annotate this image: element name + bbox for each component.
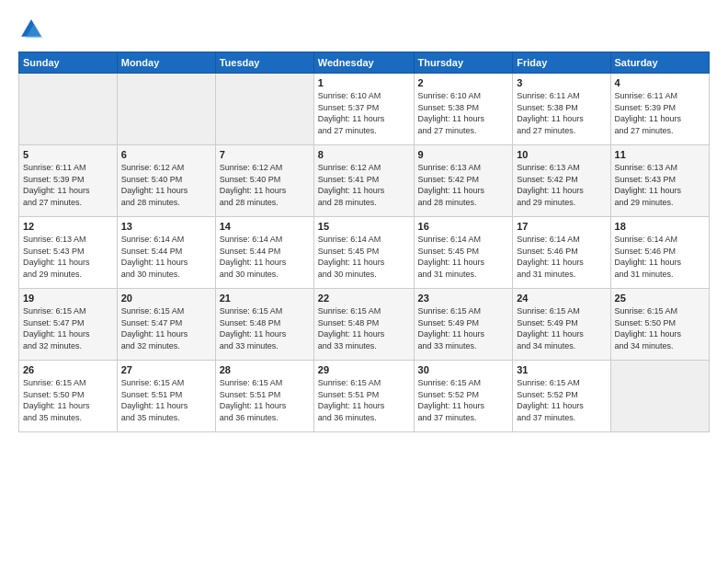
calendar-cell: 24Sunrise: 6:15 AM Sunset: 5:49 PM Dayli… bbox=[513, 289, 610, 361]
header bbox=[18, 17, 710, 42]
day-of-week-header: Thursday bbox=[414, 52, 513, 74]
day-number: 12 bbox=[23, 221, 113, 232]
calendar-cell: 11Sunrise: 6:13 AM Sunset: 5:43 PM Dayli… bbox=[610, 145, 709, 217]
calendar-cell: 25Sunrise: 6:15 AM Sunset: 5:50 PM Dayli… bbox=[610, 289, 709, 361]
calendar-cell: 17Sunrise: 6:14 AM Sunset: 5:46 PM Dayli… bbox=[513, 217, 610, 289]
day-number: 14 bbox=[220, 221, 310, 232]
calendar-cell bbox=[19, 74, 118, 145]
day-number: 1 bbox=[318, 77, 410, 88]
calendar-week-row: 19Sunrise: 6:15 AM Sunset: 5:47 PM Dayli… bbox=[19, 289, 710, 361]
day-number: 5 bbox=[23, 149, 113, 160]
day-number: 25 bbox=[615, 293, 705, 304]
calendar-week-row: 12Sunrise: 6:13 AM Sunset: 5:43 PM Dayli… bbox=[19, 217, 710, 289]
day-info: Sunrise: 6:14 AM Sunset: 5:46 PM Dayligh… bbox=[517, 234, 606, 280]
calendar-cell: 10Sunrise: 6:13 AM Sunset: 5:42 PM Dayli… bbox=[513, 145, 610, 217]
calendar-cell bbox=[117, 74, 215, 145]
day-info: Sunrise: 6:13 AM Sunset: 5:43 PM Dayligh… bbox=[615, 162, 705, 208]
day-info: Sunrise: 6:15 AM Sunset: 5:52 PM Dayligh… bbox=[418, 377, 509, 423]
day-info: Sunrise: 6:10 AM Sunset: 5:37 PM Dayligh… bbox=[318, 90, 410, 136]
day-number: 4 bbox=[615, 77, 705, 88]
calendar-cell: 4Sunrise: 6:11 AM Sunset: 5:39 PM Daylig… bbox=[610, 74, 709, 145]
day-info: Sunrise: 6:11 AM Sunset: 5:39 PM Dayligh… bbox=[23, 162, 113, 208]
calendar-cell: 20Sunrise: 6:15 AM Sunset: 5:47 PM Dayli… bbox=[117, 289, 215, 361]
day-number: 16 bbox=[418, 221, 509, 232]
day-number: 31 bbox=[517, 364, 606, 375]
calendar-week-row: 5Sunrise: 6:11 AM Sunset: 5:39 PM Daylig… bbox=[19, 145, 710, 217]
day-number: 8 bbox=[318, 149, 410, 160]
calendar-cell: 15Sunrise: 6:14 AM Sunset: 5:45 PM Dayli… bbox=[313, 217, 414, 289]
calendar-cell: 7Sunrise: 6:12 AM Sunset: 5:40 PM Daylig… bbox=[215, 145, 313, 217]
day-info: Sunrise: 6:13 AM Sunset: 5:43 PM Dayligh… bbox=[23, 234, 113, 280]
calendar-cell: 19Sunrise: 6:15 AM Sunset: 5:47 PM Dayli… bbox=[19, 289, 118, 361]
day-number: 6 bbox=[121, 149, 211, 160]
day-info: Sunrise: 6:14 AM Sunset: 5:45 PM Dayligh… bbox=[318, 234, 410, 280]
day-number: 29 bbox=[318, 364, 410, 375]
day-number: 28 bbox=[220, 364, 310, 375]
day-info: Sunrise: 6:14 AM Sunset: 5:46 PM Dayligh… bbox=[615, 234, 705, 280]
calendar-cell bbox=[215, 74, 313, 145]
calendar-cell: 12Sunrise: 6:13 AM Sunset: 5:43 PM Dayli… bbox=[19, 217, 118, 289]
calendar-week-row: 26Sunrise: 6:15 AM Sunset: 5:50 PM Dayli… bbox=[19, 361, 710, 432]
day-info: Sunrise: 6:15 AM Sunset: 5:51 PM Dayligh… bbox=[121, 377, 211, 423]
day-info: Sunrise: 6:14 AM Sunset: 5:45 PM Dayligh… bbox=[418, 234, 509, 280]
logo-icon bbox=[18, 17, 44, 42]
calendar-cell: 18Sunrise: 6:14 AM Sunset: 5:46 PM Dayli… bbox=[610, 217, 709, 289]
calendar-cell: 22Sunrise: 6:15 AM Sunset: 5:48 PM Dayli… bbox=[313, 289, 414, 361]
page: SundayMondayTuesdayWednesdayThursdayFrid… bbox=[0, 0, 728, 563]
calendar-cell: 16Sunrise: 6:14 AM Sunset: 5:45 PM Dayli… bbox=[414, 217, 513, 289]
day-of-week-header: Monday bbox=[117, 52, 215, 74]
day-number: 17 bbox=[517, 221, 606, 232]
day-number: 23 bbox=[418, 293, 509, 304]
calendar-cell: 14Sunrise: 6:14 AM Sunset: 5:44 PM Dayli… bbox=[215, 217, 313, 289]
day-number: 20 bbox=[121, 293, 211, 304]
day-number: 9 bbox=[418, 149, 509, 160]
day-number: 3 bbox=[517, 77, 606, 88]
day-info: Sunrise: 6:15 AM Sunset: 5:48 PM Dayligh… bbox=[220, 305, 310, 351]
day-number: 13 bbox=[121, 221, 211, 232]
day-info: Sunrise: 6:15 AM Sunset: 5:51 PM Dayligh… bbox=[220, 377, 310, 423]
day-info: Sunrise: 6:15 AM Sunset: 5:47 PM Dayligh… bbox=[23, 305, 113, 351]
day-info: Sunrise: 6:15 AM Sunset: 5:47 PM Dayligh… bbox=[121, 305, 211, 351]
day-of-week-header: Tuesday bbox=[215, 52, 313, 74]
calendar-cell: 23Sunrise: 6:15 AM Sunset: 5:49 PM Dayli… bbox=[414, 289, 513, 361]
calendar-cell: 21Sunrise: 6:15 AM Sunset: 5:48 PM Dayli… bbox=[215, 289, 313, 361]
calendar-cell: 28Sunrise: 6:15 AM Sunset: 5:51 PM Dayli… bbox=[215, 361, 313, 432]
day-info: Sunrise: 6:15 AM Sunset: 5:50 PM Dayligh… bbox=[615, 305, 705, 351]
day-number: 30 bbox=[418, 364, 509, 375]
day-info: Sunrise: 6:15 AM Sunset: 5:51 PM Dayligh… bbox=[318, 377, 410, 423]
day-info: Sunrise: 6:14 AM Sunset: 5:44 PM Dayligh… bbox=[121, 234, 211, 280]
calendar-cell: 27Sunrise: 6:15 AM Sunset: 5:51 PM Dayli… bbox=[117, 361, 215, 432]
calendar-cell: 13Sunrise: 6:14 AM Sunset: 5:44 PM Dayli… bbox=[117, 217, 215, 289]
day-of-week-header: Friday bbox=[513, 52, 610, 74]
day-number: 19 bbox=[23, 293, 113, 304]
day-number: 27 bbox=[121, 364, 211, 375]
day-number: 11 bbox=[615, 149, 705, 160]
day-info: Sunrise: 6:13 AM Sunset: 5:42 PM Dayligh… bbox=[517, 162, 606, 208]
calendar-cell: 8Sunrise: 6:12 AM Sunset: 5:41 PM Daylig… bbox=[313, 145, 414, 217]
calendar-header-row: SundayMondayTuesdayWednesdayThursdayFrid… bbox=[19, 52, 710, 74]
day-info: Sunrise: 6:14 AM Sunset: 5:44 PM Dayligh… bbox=[220, 234, 310, 280]
day-info: Sunrise: 6:15 AM Sunset: 5:50 PM Dayligh… bbox=[23, 377, 113, 423]
calendar-cell: 26Sunrise: 6:15 AM Sunset: 5:50 PM Dayli… bbox=[19, 361, 118, 432]
day-info: Sunrise: 6:15 AM Sunset: 5:49 PM Dayligh… bbox=[418, 305, 509, 351]
day-number: 2 bbox=[418, 77, 509, 88]
calendar-table: SundayMondayTuesdayWednesdayThursdayFrid… bbox=[18, 52, 710, 432]
day-info: Sunrise: 6:13 AM Sunset: 5:42 PM Dayligh… bbox=[418, 162, 509, 208]
day-number: 21 bbox=[220, 293, 310, 304]
day-info: Sunrise: 6:11 AM Sunset: 5:38 PM Dayligh… bbox=[517, 90, 606, 136]
calendar-cell: 29Sunrise: 6:15 AM Sunset: 5:51 PM Dayli… bbox=[313, 361, 414, 432]
calendar-cell: 9Sunrise: 6:13 AM Sunset: 5:42 PM Daylig… bbox=[414, 145, 513, 217]
day-info: Sunrise: 6:12 AM Sunset: 5:40 PM Dayligh… bbox=[220, 162, 310, 208]
day-number: 18 bbox=[615, 221, 705, 232]
day-number: 26 bbox=[23, 364, 113, 375]
logo bbox=[18, 17, 48, 42]
day-number: 15 bbox=[318, 221, 410, 232]
day-number: 22 bbox=[318, 293, 410, 304]
calendar-cell: 31Sunrise: 6:15 AM Sunset: 5:52 PM Dayli… bbox=[513, 361, 610, 432]
day-info: Sunrise: 6:12 AM Sunset: 5:41 PM Dayligh… bbox=[318, 162, 410, 208]
day-info: Sunrise: 6:12 AM Sunset: 5:40 PM Dayligh… bbox=[121, 162, 211, 208]
day-info: Sunrise: 6:15 AM Sunset: 5:48 PM Dayligh… bbox=[318, 305, 410, 351]
calendar-cell: 30Sunrise: 6:15 AM Sunset: 5:52 PM Dayli… bbox=[414, 361, 513, 432]
calendar-cell: 5Sunrise: 6:11 AM Sunset: 5:39 PM Daylig… bbox=[19, 145, 118, 217]
day-of-week-header: Saturday bbox=[610, 52, 709, 74]
